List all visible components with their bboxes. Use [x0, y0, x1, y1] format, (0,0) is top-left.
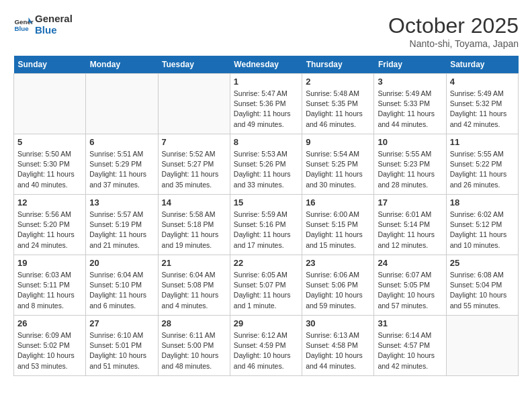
day-info: Sunrise: 6:05 AMSunset: 5:07 PMDaylight:… [234, 270, 298, 311]
logo-line2: Blue [35, 25, 73, 36]
calendar-table: SundayMondayTuesdayWednesdayThursdayFrid… [13, 56, 519, 376]
calendar-cell [14, 74, 86, 134]
calendar-cell: 27Sunrise: 6:10 AMSunset: 5:01 PMDayligh… [86, 316, 158, 376]
day-number: 10 [378, 137, 442, 147]
day-number: 13 [89, 197, 154, 208]
day-info: Sunrise: 5:56 AMSunset: 5:20 PMDaylight:… [17, 210, 82, 250]
calendar-cell: 12Sunrise: 5:56 AMSunset: 5:20 PMDayligh… [14, 195, 86, 255]
day-number: 2 [306, 77, 370, 87]
month-title: October 2025 [388, 13, 519, 38]
day-number: 18 [450, 197, 515, 208]
location-subtitle: Nanto-shi, Toyama, Japan [388, 38, 519, 49]
calendar-cell: 25Sunrise: 6:08 AMSunset: 5:04 PMDayligh… [446, 255, 518, 316]
calendar-cell: 14Sunrise: 5:58 AMSunset: 5:18 PMDayligh… [158, 195, 230, 255]
day-number: 20 [89, 258, 154, 268]
day-info: Sunrise: 6:04 AMSunset: 5:10 PMDaylight:… [89, 270, 154, 311]
day-number: 5 [17, 137, 82, 147]
calendar-cell: 9Sunrise: 5:54 AMSunset: 5:25 PMDaylight… [302, 134, 374, 195]
day-number: 6 [89, 137, 154, 147]
calendar-cell: 20Sunrise: 6:04 AMSunset: 5:10 PMDayligh… [86, 255, 158, 316]
page-header: General Blue General Blue October 2025 N… [13, 13, 519, 49]
day-of-week-header: Saturday [446, 56, 518, 74]
day-info: Sunrise: 6:14 AMSunset: 4:57 PMDaylight:… [378, 330, 442, 371]
day-info: Sunrise: 5:55 AMSunset: 5:22 PMDaylight:… [450, 149, 515, 190]
day-of-week-header: Tuesday [158, 56, 230, 74]
days-of-week-row: SundayMondayTuesdayWednesdayThursdayFrid… [14, 56, 519, 74]
calendar-cell: 2Sunrise: 5:48 AMSunset: 5:35 PMDaylight… [302, 74, 374, 134]
day-of-week-header: Wednesday [230, 56, 302, 74]
day-number: 22 [234, 258, 298, 268]
calendar-cell [158, 74, 230, 134]
day-number: 25 [450, 258, 515, 268]
day-number: 9 [306, 137, 370, 147]
day-number: 15 [234, 197, 298, 208]
calendar-cell: 29Sunrise: 6:12 AMSunset: 4:59 PMDayligh… [230, 316, 302, 376]
day-number: 7 [162, 137, 226, 147]
calendar-cell: 21Sunrise: 6:04 AMSunset: 5:08 PMDayligh… [158, 255, 230, 316]
calendar-cell: 4Sunrise: 5:49 AMSunset: 5:32 PMDaylight… [446, 74, 518, 134]
day-number: 27 [89, 318, 154, 328]
day-number: 21 [162, 258, 226, 268]
day-info: Sunrise: 5:58 AMSunset: 5:18 PMDaylight:… [162, 210, 226, 250]
day-number: 14 [162, 197, 226, 208]
day-info: Sunrise: 6:03 AMSunset: 5:11 PMDaylight:… [17, 270, 82, 311]
day-number: 24 [378, 258, 442, 268]
logo: General Blue General Blue [13, 13, 73, 36]
day-number: 23 [306, 258, 370, 268]
day-of-week-header: Friday [374, 56, 446, 74]
day-info: Sunrise: 5:47 AMSunset: 5:36 PMDaylight:… [234, 89, 298, 130]
day-number: 26 [17, 318, 82, 328]
calendar-week-row: 19Sunrise: 6:03 AMSunset: 5:11 PMDayligh… [14, 255, 519, 316]
day-number: 1 [234, 77, 298, 87]
calendar-cell: 24Sunrise: 6:07 AMSunset: 5:05 PMDayligh… [374, 255, 446, 316]
day-info: Sunrise: 6:01 AMSunset: 5:14 PMDaylight:… [378, 210, 442, 250]
day-info: Sunrise: 5:57 AMSunset: 5:19 PMDaylight:… [89, 210, 154, 250]
calendar-body: 1Sunrise: 5:47 AMSunset: 5:36 PMDaylight… [14, 74, 519, 376]
day-info: Sunrise: 6:09 AMSunset: 5:02 PMDaylight:… [17, 330, 82, 371]
day-info: Sunrise: 5:52 AMSunset: 5:27 PMDaylight:… [162, 149, 226, 190]
calendar-week-row: 12Sunrise: 5:56 AMSunset: 5:20 PMDayligh… [14, 195, 519, 255]
day-info: Sunrise: 6:06 AMSunset: 5:06 PMDaylight:… [306, 270, 370, 311]
calendar-cell: 11Sunrise: 5:55 AMSunset: 5:22 PMDayligh… [446, 134, 518, 195]
day-info: Sunrise: 6:07 AMSunset: 5:05 PMDaylight:… [378, 270, 442, 311]
calendar-cell: 17Sunrise: 6:01 AMSunset: 5:14 PMDayligh… [374, 195, 446, 255]
day-info: Sunrise: 5:50 AMSunset: 5:30 PMDaylight:… [17, 149, 82, 190]
calendar-header: SundayMondayTuesdayWednesdayThursdayFrid… [14, 56, 519, 74]
day-info: Sunrise: 5:53 AMSunset: 5:26 PMDaylight:… [234, 149, 298, 190]
calendar-cell: 7Sunrise: 5:52 AMSunset: 5:27 PMDaylight… [158, 134, 230, 195]
day-info: Sunrise: 5:49 AMSunset: 5:32 PMDaylight:… [450, 89, 515, 130]
day-info: Sunrise: 6:08 AMSunset: 5:04 PMDaylight:… [450, 270, 515, 311]
day-info: Sunrise: 5:49 AMSunset: 5:33 PMDaylight:… [378, 89, 442, 130]
day-number: 29 [234, 318, 298, 328]
calendar-cell: 31Sunrise: 6:14 AMSunset: 4:57 PMDayligh… [374, 316, 446, 376]
calendar-cell: 18Sunrise: 6:02 AMSunset: 5:12 PMDayligh… [446, 195, 518, 255]
calendar-cell: 30Sunrise: 6:13 AMSunset: 4:58 PMDayligh… [302, 316, 374, 376]
day-number: 31 [378, 318, 442, 328]
day-info: Sunrise: 6:04 AMSunset: 5:08 PMDaylight:… [162, 270, 226, 311]
day-number: 16 [306, 197, 370, 208]
day-number: 3 [378, 77, 442, 87]
calendar-cell: 28Sunrise: 6:11 AMSunset: 5:00 PMDayligh… [158, 316, 230, 376]
day-number: 8 [234, 137, 298, 147]
day-number: 11 [450, 137, 515, 147]
calendar-cell: 5Sunrise: 5:50 AMSunset: 5:30 PMDaylight… [14, 134, 86, 195]
day-of-week-header: Monday [86, 56, 158, 74]
day-number: 4 [450, 77, 515, 87]
day-info: Sunrise: 6:11 AMSunset: 5:00 PMDaylight:… [162, 330, 226, 371]
day-number: 28 [162, 318, 226, 328]
calendar-cell: 10Sunrise: 5:55 AMSunset: 5:23 PMDayligh… [374, 134, 446, 195]
day-of-week-header: Sunday [14, 56, 86, 74]
calendar-week-row: 26Sunrise: 6:09 AMSunset: 5:02 PMDayligh… [14, 316, 519, 376]
calendar-cell: 1Sunrise: 5:47 AMSunset: 5:36 PMDaylight… [230, 74, 302, 134]
day-info: Sunrise: 6:12 AMSunset: 4:59 PMDaylight:… [234, 330, 298, 371]
calendar-cell: 19Sunrise: 6:03 AMSunset: 5:11 PMDayligh… [14, 255, 86, 316]
calendar-cell: 26Sunrise: 6:09 AMSunset: 5:02 PMDayligh… [14, 316, 86, 376]
day-number: 30 [306, 318, 370, 328]
day-number: 17 [378, 197, 442, 208]
calendar-cell: 13Sunrise: 5:57 AMSunset: 5:19 PMDayligh… [86, 195, 158, 255]
svg-text:Blue: Blue [15, 25, 30, 32]
calendar-cell: 16Sunrise: 6:00 AMSunset: 5:15 PMDayligh… [302, 195, 374, 255]
logo-icon: General Blue [13, 15, 34, 35]
day-info: Sunrise: 6:10 AMSunset: 5:01 PMDaylight:… [89, 330, 154, 371]
day-info: Sunrise: 5:55 AMSunset: 5:23 PMDaylight:… [378, 149, 442, 190]
